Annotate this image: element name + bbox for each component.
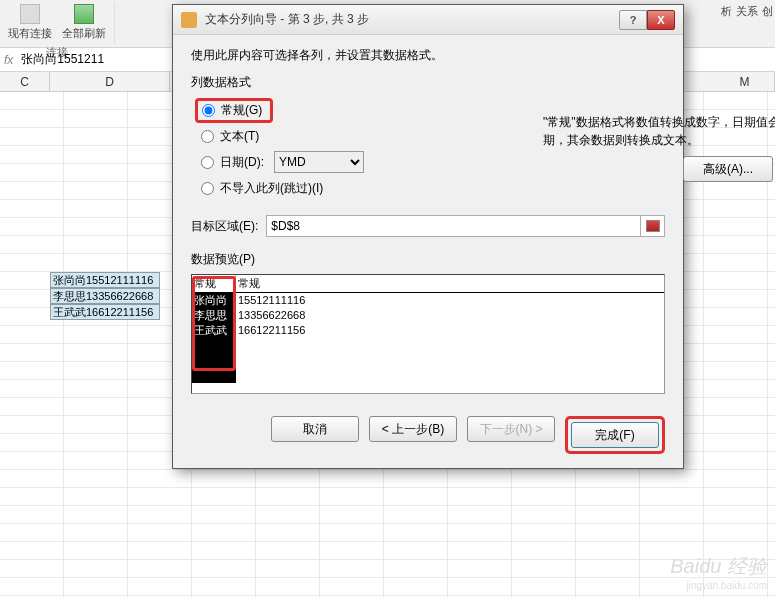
cancel-button[interactable]: 取消 — [271, 416, 359, 442]
text-to-columns-wizard-dialog: 文本分列向导 - 第 3 步, 共 3 步 ? X 使用此屏内容可选择各列，并设… — [172, 4, 684, 469]
back-button[interactable]: < 上一步(B) — [369, 416, 457, 442]
dialog-titlebar[interactable]: 文本分列向导 - 第 3 步, 共 3 步 ? X — [173, 5, 683, 35]
close-button[interactable]: X — [647, 10, 675, 30]
radio-skip-label[interactable]: 不导入此列(跳过)(I) — [220, 180, 323, 197]
radio-general[interactable] — [202, 104, 215, 117]
fx-icon[interactable]: fx — [4, 53, 13, 67]
refresh-all-button[interactable]: 全部刷新 — [60, 2, 108, 43]
dialog-buttons: 取消 < 上一步(B) 下一步(N) > 完成(F) — [173, 406, 683, 468]
preview-header-2[interactable]: 常规 — [236, 275, 664, 292]
help-button[interactable]: ? — [619, 10, 647, 30]
radio-text-label[interactable]: 文本(T) — [220, 128, 259, 145]
preview-cell[interactable]: 王武武 — [192, 323, 236, 338]
ribbon-group-connections: 现有连接 全部刷新 连接 — [0, 2, 115, 45]
preview-row: 李思思 13356622668 — [192, 308, 664, 323]
refresh-icon — [74, 4, 94, 24]
general-radio-highlight: 常规(G) — [195, 98, 273, 123]
radio-general-label[interactable]: 常规(G) — [221, 102, 262, 119]
preview-cell[interactable]: 16612211156 — [236, 323, 664, 338]
preview-header: 常规 常规 — [192, 275, 664, 293]
range-picker-button[interactable] — [641, 215, 665, 237]
cell-d9[interactable]: 李思思13356622668 — [50, 288, 160, 304]
preview-cell[interactable]: 张尚尚 — [192, 293, 236, 308]
cell-d10[interactable]: 王武武16612211156 — [50, 304, 160, 320]
selected-data: 张尚尚15512111116 李思思13356622668 王武武1661221… — [50, 272, 160, 320]
col-header-c[interactable]: C — [0, 72, 50, 91]
column-format-label: 列数据格式 — [191, 74, 665, 91]
preview-label: 数据预览(P) — [191, 251, 665, 268]
dialog-body: 使用此屏内容可选择各列，并设置其数据格式。 列数据格式 常规(G) 文本(T) … — [173, 35, 683, 406]
preview-selected-fill — [192, 338, 236, 383]
ribbon-right-2[interactable]: 关系 — [734, 2, 760, 45]
ribbon-right-3[interactable]: 创 — [760, 2, 775, 45]
existing-connections-label: 现有连接 — [8, 26, 52, 41]
preview-cell[interactable]: 13356622668 — [236, 308, 664, 323]
advanced-button[interactable]: 高级(A)... — [683, 156, 773, 182]
ribbon-right: 析 关系 创 — [719, 2, 775, 45]
preview-row: 张尚尚 15512111116 — [192, 293, 664, 308]
data-preview[interactable]: 常规 常规 张尚尚 15512111116 李思思 13356622668 王武… — [191, 274, 665, 394]
target-input[interactable] — [266, 215, 641, 237]
radio-text[interactable] — [201, 130, 214, 143]
refresh-all-label: 全部刷新 — [62, 26, 106, 41]
date-format-select[interactable]: YMD — [274, 151, 364, 173]
cell-d8[interactable]: 张尚尚15512111116 — [50, 272, 160, 288]
finish-button[interactable]: 完成(F) — [571, 422, 659, 448]
next-button: 下一步(N) > — [467, 416, 555, 442]
existing-connections-button[interactable]: 现有连接 — [6, 2, 54, 43]
target-label: 目标区域(E): — [191, 218, 258, 235]
radio-date-label[interactable]: 日期(D): — [220, 154, 264, 171]
col-header-d[interactable]: D — [50, 72, 170, 91]
titlebar-buttons: ? X — [619, 10, 675, 30]
preview-cell[interactable]: 15512111116 — [236, 293, 664, 308]
preview-rows: 张尚尚 15512111116 李思思 13356622668 王武武 1661… — [192, 293, 664, 383]
ribbon-right-1[interactable]: 析 — [719, 2, 734, 45]
target-row: 目标区域(E): — [191, 215, 665, 237]
document-icon — [20, 4, 40, 24]
format-description: "常规"数据格式将数值转换成数字，日期值会转换成日期，其余数据则转换成文本。 — [543, 113, 775, 149]
finish-button-highlight: 完成(F) — [565, 416, 665, 454]
radio-date[interactable] — [201, 156, 214, 169]
radio-skip[interactable] — [201, 182, 214, 195]
preview-row: 王武武 16612211156 — [192, 323, 664, 338]
col-header-m[interactable]: M — [715, 72, 775, 91]
preview-cell[interactable]: 李思思 — [192, 308, 236, 323]
dialog-title: 文本分列向导 - 第 3 步, 共 3 步 — [205, 11, 619, 28]
wizard-icon — [181, 12, 197, 28]
dialog-description: 使用此屏内容可选择各列，并设置其数据格式。 — [191, 47, 665, 64]
preview-header-1[interactable]: 常规 — [192, 275, 236, 292]
range-picker-icon — [646, 220, 660, 232]
formula-value[interactable]: 张尚尚1551211 — [21, 51, 104, 68]
